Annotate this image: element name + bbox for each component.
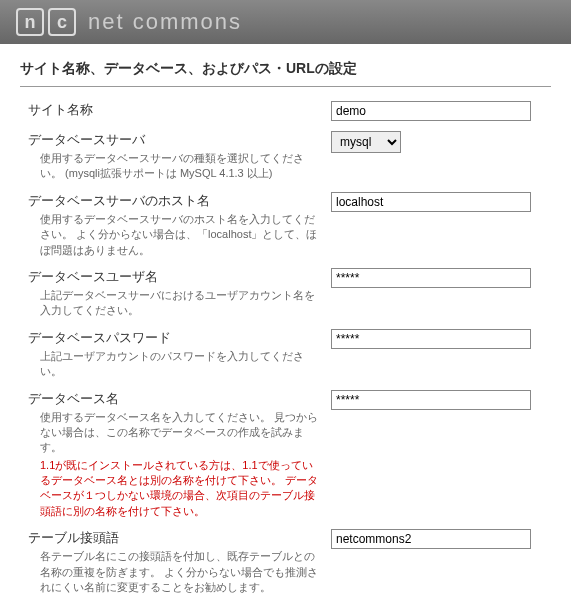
db-pass-input[interactable] <box>331 329 531 349</box>
prefix-label: テーブル接頭語 <box>28 529 321 547</box>
db-pass-label: データベースパスワード <box>28 329 321 347</box>
db-host-label: データベースサーバのホスト名 <box>28 192 321 210</box>
db-user-desc: 上記データベースサーバにおけるユーザアカウント名を入力してください。 <box>28 288 321 319</box>
brand-text: net commons <box>88 9 242 35</box>
db-user-label: データベースユーザ名 <box>28 268 321 286</box>
db-name-warn: 1.1が既にインストールされている方は、1.1で使っているデータベース名とは別の… <box>28 458 321 520</box>
db-user-input[interactable] <box>331 268 531 288</box>
db-server-desc: 使用するデータベースサーバの種類を選択してください。 (mysqli拡張サポート… <box>28 151 321 182</box>
db-server-select[interactable]: mysql <box>331 131 401 153</box>
site-name-input[interactable] <box>331 101 531 121</box>
site-name-label: サイト名称 <box>28 101 321 119</box>
prefix-desc: 各テーブル名にこの接頭語を付加し、既存テーブルとの名称の重複を防ぎます。 よく分… <box>28 549 321 595</box>
logo: n c <box>16 8 76 36</box>
page-title: サイト名称、データベース、およびパス・URLの設定 <box>20 60 551 87</box>
db-server-label: データベースサーバ <box>28 131 321 149</box>
db-host-desc: 使用するデータベースサーバのホスト名を入力してください。 よく分からない場合は、… <box>28 212 321 258</box>
db-name-desc: 使用するデータベース名を入力してください。 見つからない場合は、この名称でデータ… <box>28 410 321 456</box>
db-name-label: データベース名 <box>28 390 321 408</box>
db-name-input[interactable] <box>331 390 531 410</box>
db-pass-desc: 上記ユーザアカウントのパスワードを入力してください。 <box>28 349 321 380</box>
header: n c net commons <box>0 0 571 44</box>
prefix-input[interactable] <box>331 529 531 549</box>
logo-n-icon: n <box>16 8 44 36</box>
logo-c-icon: c <box>48 8 76 36</box>
db-host-input[interactable] <box>331 192 531 212</box>
